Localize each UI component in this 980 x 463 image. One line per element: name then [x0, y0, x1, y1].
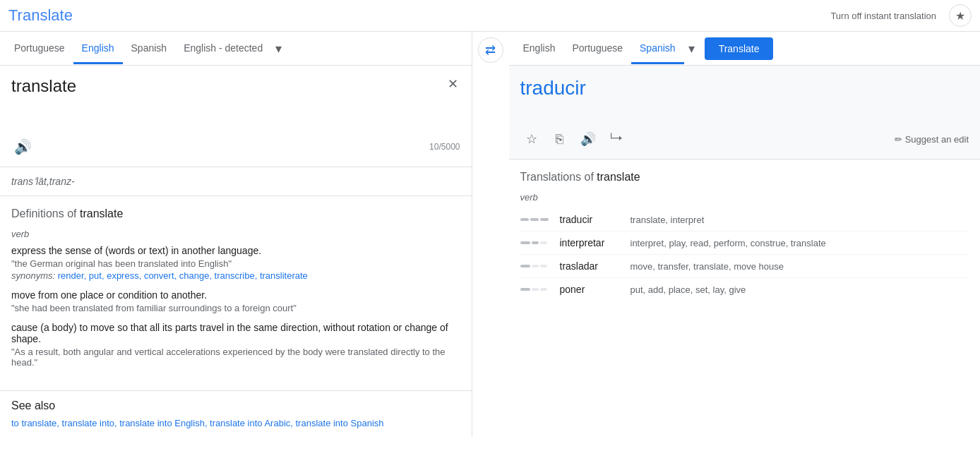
translated-text: traducir	[520, 77, 969, 119]
input-footer: 🔊 10/5000	[11, 133, 460, 158]
output-actions: ☆ ⎘ 🔊 ⮡ ✏ Suggest an edit	[520, 128, 969, 150]
translations-pos: verb	[520, 192, 969, 203]
freq-seg-4	[520, 241, 530, 244]
instant-translation-button[interactable]: Turn off instant translation	[825, 8, 942, 24]
listen-source-button[interactable]: 🔊	[11, 136, 35, 158]
freq-bar-1	[520, 218, 549, 221]
pencil-icon: ✏	[895, 134, 902, 145]
right-more-languages-button[interactable]: ▾	[684, 35, 699, 62]
translate-button[interactable]: Translate	[705, 37, 774, 60]
speaker-icon: 🔊	[580, 131, 596, 147]
definition-group: express the sense of (words or text) in …	[11, 245, 460, 368]
input-area: translate ✕ 🔊 10/5000	[0, 66, 472, 167]
right-tab-portuguese[interactable]: Portuguese	[563, 34, 631, 64]
star-outline-icon: ☆	[526, 131, 537, 147]
share-icon: ⮡	[610, 132, 623, 147]
right-lang-tabs: English Portuguese Spanish ▾ Translate	[509, 32, 981, 66]
source-text-input[interactable]: translate	[11, 74, 460, 131]
definition-text-1: express the sense of (words or text) in …	[11, 245, 460, 256]
see-also-links[interactable]: to translate, translate into, translate …	[11, 418, 460, 428]
translations-section: Translations of translate verb traducir …	[509, 160, 981, 312]
definition-example-2: "she had been translated from familiar s…	[11, 303, 460, 313]
top-bar: Translate Turn off instant translation ★	[0, 0, 980, 32]
translation-word-4: poner	[560, 284, 631, 295]
swap-languages-button[interactable]: ⇄	[478, 37, 503, 63]
char-count: 10/5000	[429, 142, 460, 152]
translation-row-4: poner put, add, place, set, lay, give	[520, 278, 969, 301]
translation-syns-4: put, add, place, set, lay, give	[631, 284, 746, 295]
definition-item-3: cause (a body) to move so that all its p…	[11, 322, 460, 368]
definition-text-2: move from one place or condition to anot…	[11, 289, 460, 301]
translation-syns-3: move, transfer, translate, move house	[631, 261, 784, 272]
left-panel: Portuguese English Spanish English - det…	[0, 32, 472, 437]
translation-syns-2: interpret, play, read, perform, construe…	[631, 238, 826, 248]
translations-title: Translations of translate	[520, 171, 969, 184]
output-action-left: ☆ ⎘ 🔊 ⮡	[520, 128, 628, 150]
definition-item-1: express the sense of (words or text) in …	[11, 245, 460, 281]
freq-seg-1	[520, 218, 529, 221]
translation-syns-1: translate, interpret	[631, 215, 705, 225]
main-container: Portuguese English Spanish English - det…	[0, 32, 980, 437]
left-tab-spanish[interactable]: Spanish	[123, 34, 176, 64]
source-pronunciation: transˈlāt,tranz-	[0, 167, 472, 196]
freq-seg-12	[540, 288, 547, 291]
definition-text-3: cause (a body) to move so that all its p…	[11, 322, 460, 344]
definitions-title-prefix: Definitions of	[11, 208, 77, 220]
translations-title-word: translate	[597, 171, 640, 183]
definition-item-2: move from one place or condition to anot…	[11, 289, 460, 313]
freq-bar-2	[520, 241, 549, 244]
app-title[interactable]: Translate	[8, 6, 73, 25]
suggest-edit-label: Suggest an edit	[905, 134, 969, 145]
left-lang-tabs: Portuguese English Spanish English - det…	[0, 32, 472, 66]
star-button[interactable]: ★	[949, 4, 972, 27]
definition-example-1: "the German original has been translated…	[11, 258, 460, 269]
left-tab-english-detected[interactable]: English - detected	[175, 34, 271, 64]
freq-bar-4	[520, 288, 549, 291]
freq-bar-3	[520, 265, 549, 267]
freq-seg-9	[540, 265, 547, 267]
left-more-languages-button[interactable]: ▾	[271, 35, 286, 62]
translation-word-3: trasladar	[560, 260, 631, 272]
right-tab-english[interactable]: English	[515, 34, 564, 64]
see-also-section: See also to translate, translate into, t…	[0, 390, 472, 437]
left-tab-english[interactable]: English	[73, 34, 123, 64]
clear-input-button[interactable]: ✕	[443, 74, 463, 94]
freq-seg-10	[520, 288, 530, 291]
translation-row-3: trasladar move, transfer, translate, mov…	[520, 255, 969, 278]
freq-seg-8	[532, 265, 539, 267]
swap-icon: ⇄	[485, 42, 496, 58]
star-icon: ★	[955, 9, 965, 23]
freq-seg-11	[532, 288, 539, 291]
favorite-output-button[interactable]: ☆	[520, 128, 543, 150]
synonyms-values-1: render, put, express, convert, change, t…	[58, 270, 308, 281]
right-panel: English Portuguese Spanish ▾ Translate t…	[509, 32, 981, 437]
freq-seg-3	[540, 218, 549, 221]
freq-seg-6	[540, 241, 547, 244]
definitions-pos: verb	[11, 229, 460, 239]
freq-seg-7	[520, 265, 530, 267]
copy-icon: ⎘	[556, 132, 563, 147]
copy-output-button[interactable]: ⎘	[549, 128, 571, 150]
share-output-button[interactable]: ⮡	[605, 128, 628, 150]
freq-seg-5	[532, 241, 539, 244]
right-tab-spanish[interactable]: Spanish	[631, 34, 684, 64]
freq-seg-2	[530, 218, 539, 221]
translation-word-2: interpretar	[560, 237, 631, 248]
translation-row-1: traducir translate, interpret	[520, 208, 969, 232]
synonyms-line-1: synonyms: render, put, express, convert,…	[11, 270, 460, 281]
listen-output-button[interactable]: 🔊	[577, 128, 599, 150]
definitions-section: Definitions of translate verb express th…	[0, 196, 472, 390]
translation-word-1: traducir	[560, 214, 631, 225]
output-area: traducir ☆ ⎘ 🔊 ⮡ ✏	[509, 66, 981, 160]
definitions-title: Definitions of translate	[11, 208, 460, 220]
suggest-edit-button[interactable]: ✏ Suggest an edit	[895, 134, 969, 145]
top-right-actions: Turn off instant translation ★	[825, 4, 972, 27]
left-tab-portuguese[interactable]: Portuguese	[6, 34, 73, 64]
swap-area: ⇄	[472, 32, 509, 437]
definitions-title-word: translate	[80, 208, 123, 220]
see-also-title: See also	[11, 399, 460, 412]
translations-title-prefix: Translations of	[520, 171, 594, 183]
definition-example-3: "As a result, both angular and vertical …	[11, 347, 460, 368]
translation-row-2: interpretar interpret, play, read, perfo…	[520, 232, 969, 255]
